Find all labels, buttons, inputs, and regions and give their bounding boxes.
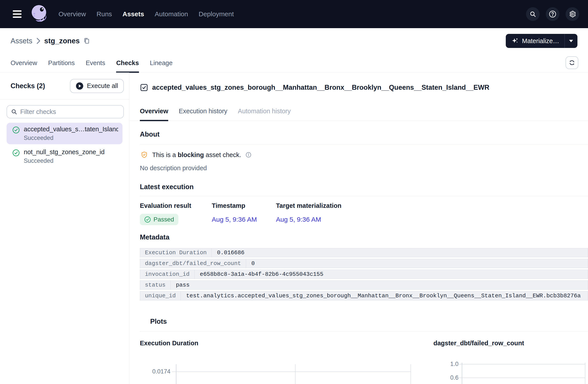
check-list-item-accepted-values[interactable]: accepted_values_s…taten_Island_ Succeede…	[7, 123, 123, 144]
tab-lineage[interactable]: Lineage	[150, 54, 173, 72]
latest-execution-values: Passed Aug 5, 9:36 AM Aug 5, 9:36 AM	[140, 214, 588, 225]
check-name: accepted_values_s…taten_Island_	[24, 126, 118, 133]
chevron-down-icon	[569, 40, 573, 42]
refresh-button[interactable]	[566, 56, 578, 69]
tab-automation-history[interactable]: Automation history	[238, 107, 291, 121]
asset-tabs: Overview Partitions Events Checks Lineag…	[0, 54, 588, 72]
checks-sidebar: Checks (2) Execute all accepted_values_s…	[0, 73, 129, 384]
search-icon	[11, 109, 17, 115]
passed-status-badge: Passed	[140, 214, 178, 225]
y-tick-label: 1.0	[432, 361, 459, 367]
check-circle-icon	[12, 149, 20, 157]
play-circle-icon	[76, 82, 84, 90]
gear-icon	[569, 10, 576, 18]
chevron-right-icon	[36, 38, 41, 44]
check-circle-icon	[144, 216, 151, 223]
dagster-logo-icon[interactable]	[29, 4, 48, 24]
execute-all-button[interactable]: Execute all	[70, 79, 124, 93]
metadata-heading: Metadata	[140, 233, 588, 241]
materialize-button[interactable]: Materialize…	[506, 34, 565, 48]
help-button[interactable]	[546, 7, 559, 21]
metadata-key: status	[140, 281, 171, 289]
tab-partitions[interactable]: Partitions	[48, 54, 75, 72]
chart-title-execution-duration: Execution Duration	[140, 340, 198, 347]
y-axis-line	[462, 363, 462, 384]
hamburger-menu-icon[interactable]	[13, 10, 21, 18]
gridline	[585, 363, 585, 384]
tab-check-overview[interactable]: Overview	[140, 107, 168, 121]
check-detail-panel: accepted_values_stg_zones_borough__Manha…	[129, 73, 588, 384]
tab-overview[interactable]: Overview	[11, 54, 37, 72]
section-divider	[140, 331, 588, 331]
metadata-table: Execution Duration 0.016686 dagster_dbt/…	[140, 248, 588, 300]
copy-icon	[83, 37, 90, 44]
checks-sidebar-header: Checks (2) Execute all	[0, 73, 129, 99]
materialize-label: Materialize…	[522, 37, 559, 45]
check-detail-tabs: Overview Execution history Automation hi…	[129, 107, 588, 121]
blocking-note: This is a blocking asset check.	[141, 151, 588, 159]
y-axis-line	[176, 364, 176, 384]
plots-section: Plots Execution Duration dagster_dbt/fai…	[129, 317, 588, 384]
nav-item-runs[interactable]: Runs	[97, 10, 112, 18]
col-evaluation-result: Evaluation result	[140, 202, 212, 209]
nav-item-overview[interactable]: Overview	[59, 10, 86, 18]
check-circle-icon	[12, 126, 20, 134]
table-row: unique_id test.analytics.accepted_values…	[140, 291, 588, 300]
breadcrumb: Assets stg_zones	[11, 37, 90, 45]
search-button[interactable]	[526, 7, 540, 21]
latest-execution-columns: Evaluation result Timestamp Target mater…	[140, 202, 588, 209]
target-materialization-link[interactable]: Aug 5, 9:36 AM	[276, 216, 321, 223]
y-tick-label: 0.0174	[140, 368, 170, 375]
shield-check-icon	[141, 151, 148, 159]
metadata-value: test.analytics.accepted_values_stg_zones…	[181, 291, 588, 300]
asset-check-icon	[140, 83, 148, 92]
section-divider	[140, 196, 588, 196]
primary-nav: Overview Runs Assets Automation Deployme…	[59, 10, 234, 18]
latest-execution-heading: Latest execution	[140, 183, 588, 191]
materialize-split-button: Materialize…	[506, 34, 577, 48]
execute-all-label: Execute all	[87, 82, 118, 89]
table-row: dagster_dbt/failed_row_count 0	[140, 259, 588, 268]
gridline	[295, 364, 295, 384]
timestamp-link[interactable]: Aug 5, 9:36 AM	[212, 216, 257, 223]
tab-events[interactable]: Events	[86, 54, 105, 72]
nav-actions	[526, 7, 579, 21]
table-row: status pass	[140, 280, 588, 290]
gridline	[458, 364, 585, 364]
filter-checks-input[interactable]	[20, 108, 119, 115]
table-row: invocation_id e658b8c8-3a1a-4b4f-82b6-4c…	[140, 270, 588, 279]
tab-checks[interactable]: Checks	[116, 54, 139, 72]
col-target-materialization: Target materialization	[276, 202, 588, 209]
nav-item-deployment[interactable]: Deployment	[199, 10, 234, 18]
materialize-dropdown-button[interactable]	[565, 34, 577, 48]
metadata-value: 0.016686	[212, 248, 588, 257]
chart-title-failed-row-count: dagster_dbt/failed_row_count	[433, 340, 524, 347]
sparkle-icon	[511, 37, 519, 44]
nav-item-automation[interactable]: Automation	[155, 10, 188, 18]
metadata-key: invocation_id	[140, 270, 195, 279]
y-tick-label: 0.6	[432, 374, 459, 381]
settings-button[interactable]	[566, 7, 579, 21]
refresh-icon	[569, 59, 575, 66]
top-nav: Overview Runs Assets Automation Deployme…	[0, 0, 588, 28]
metadata-value: 0	[246, 259, 588, 268]
gridline	[458, 378, 585, 378]
asset-header: Assets stg_zones Materialize…	[0, 28, 588, 54]
nav-item-assets[interactable]: Assets	[123, 10, 144, 18]
about-heading: About	[140, 130, 588, 139]
no-description-text: No description provided	[140, 164, 588, 172]
plots-heading: Plots	[150, 317, 167, 326]
check-status: Succeeded	[24, 157, 105, 164]
section-divider	[140, 144, 588, 145]
check-status: Succeeded	[24, 135, 118, 141]
copy-asset-name-button[interactable]	[83, 37, 90, 44]
metadata-key: unique_id	[140, 291, 181, 300]
breadcrumb-assets-link[interactable]: Assets	[11, 37, 32, 45]
check-title: accepted_values_stg_zones_borough__Manha…	[152, 84, 489, 91]
metadata-key: dagster_dbt/failed_row_count	[140, 259, 246, 268]
check-list-item-not-null[interactable]: not_null_stg_zones_zone_id Succeeded	[7, 146, 123, 167]
tab-execution-history[interactable]: Execution history	[179, 107, 227, 121]
check-name: not_null_stg_zones_zone_id	[24, 149, 105, 156]
filter-checks-box	[7, 105, 124, 118]
info-icon[interactable]	[246, 152, 251, 158]
